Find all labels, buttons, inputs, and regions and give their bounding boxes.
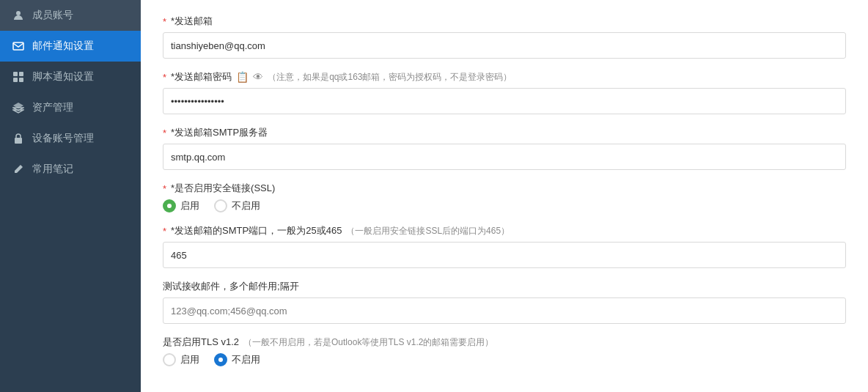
sender-email-label: * *发送邮箱 (163, 15, 846, 28)
required-star: * (163, 226, 166, 237)
tls-disable-circle (214, 353, 227, 366)
grid-icon (12, 70, 25, 84)
smtp-port-row: * *发送邮箱的SMTP端口，一般为25或465 （一般启用安全链接SSL后的端… (163, 224, 846, 268)
sidebar-item-label: 设备账号管理 (32, 132, 94, 145)
test-recipients-label: 测试接收邮件，多个邮件用;隔开 (163, 280, 846, 293)
sidebar-item-label: 脚本通知设置 (32, 70, 94, 84)
required-star: * (163, 72, 166, 83)
smtp-server-label: * *发送邮箱SMTP服务器 (163, 126, 846, 139)
smtp-server-row: * *发送邮箱SMTP服务器 (163, 126, 846, 170)
ssl-radio-group: 启用 不启用 (163, 199, 846, 212)
svg-marker-8 (13, 110, 23, 113)
ssl-enable-circle (163, 199, 176, 212)
required-star: * (163, 127, 166, 138)
email-icon (12, 40, 25, 53)
content-area: * *发送邮箱 * *发送邮箱密码 📋 👁 （注意，如果是qq或163邮箱，密码… (141, 0, 868, 392)
sidebar-item-member-account[interactable]: 成员账号 (0, 0, 141, 31)
ssl-disable-radio[interactable]: 不启用 (214, 199, 260, 212)
lock-icon (12, 132, 25, 145)
svg-rect-3 (19, 72, 23, 76)
ssl-disable-circle (214, 199, 227, 212)
layers-icon (12, 101, 25, 114)
ssl-label: * *是否启用安全链接(SSL) (163, 182, 846, 195)
sender-password-row: * *发送邮箱密码 📋 👁 （注意，如果是qq或163邮箱，密码为授权码，不是登… (163, 70, 846, 114)
tls-disable-radio[interactable]: 不启用 (214, 353, 260, 366)
sidebar-item-label: 常用笔记 (32, 163, 73, 176)
eye-icon[interactable]: 👁 (253, 71, 263, 83)
sidebar-item-label: 成员账号 (32, 9, 73, 22)
main-content: * *发送邮箱 * *发送邮箱密码 📋 👁 （注意，如果是qq或163邮箱，密码… (141, 0, 868, 392)
svg-rect-1 (13, 42, 23, 50)
svg-rect-5 (19, 78, 23, 82)
sidebar-item-device-account[interactable]: 设备账号管理 (0, 123, 141, 154)
tls-enable-circle (163, 353, 176, 366)
test-recipients-row: 测试接收邮件，多个邮件用;隔开 (163, 280, 846, 324)
sender-password-label: * *发送邮箱密码 📋 👁 （注意，如果是qq或163邮箱，密码为授权码，不是登… (163, 70, 846, 84)
tls-row: 是否启用TLS v1.2 （一般不用启用，若是Outlook等使用TLS v1.… (163, 336, 846, 366)
ssl-enable-radio[interactable]: 启用 (163, 199, 199, 212)
tls-enable-radio[interactable]: 启用 (163, 353, 199, 366)
required-star: * (163, 183, 166, 194)
sidebar-item-email-notification[interactable]: 邮件通知设置 (0, 31, 141, 62)
sender-email-input[interactable] (163, 32, 846, 59)
test-recipients-input[interactable] (163, 297, 846, 324)
sidebar-item-quick-notes[interactable]: 常用笔记 (0, 154, 141, 185)
sender-password-input[interactable] (163, 88, 846, 114)
sidebar-item-label: 邮件通知设置 (32, 40, 94, 53)
sidebar-item-label: 资产管理 (32, 101, 73, 114)
sender-email-row: * *发送邮箱 (163, 15, 846, 59)
smtp-port-input[interactable] (163, 242, 846, 268)
sidebar: 成员账号 邮件通知设置 脚本通知设置 (0, 0, 141, 392)
copy-icon[interactable]: 📋 (236, 71, 249, 83)
person-icon (12, 9, 25, 22)
sidebar-item-asset-management[interactable]: 资产管理 (0, 92, 141, 123)
ssl-row: * *是否启用安全链接(SSL) 启用 不启用 (163, 182, 846, 212)
tls-radio-group: 启用 不启用 (163, 353, 846, 366)
sidebar-item-script-notification[interactable]: 脚本通知设置 (0, 62, 141, 92)
required-star: * (163, 16, 166, 27)
svg-rect-9 (15, 138, 22, 144)
tls-label: 是否启用TLS v1.2 （一般不用启用，若是Outlook等使用TLS v1.… (163, 336, 846, 349)
svg-rect-2 (13, 72, 18, 76)
svg-point-0 (16, 11, 21, 15)
svg-rect-4 (13, 78, 18, 82)
smtp-port-label: * *发送邮箱的SMTP端口，一般为25或465 （一般启用安全链接SSL后的端… (163, 224, 846, 237)
edit-icon (12, 163, 25, 176)
form-card: * *发送邮箱 * *发送邮箱密码 📋 👁 （注意，如果是qq或163邮箱，密码… (141, 0, 868, 392)
smtp-server-input[interactable] (163, 144, 846, 170)
